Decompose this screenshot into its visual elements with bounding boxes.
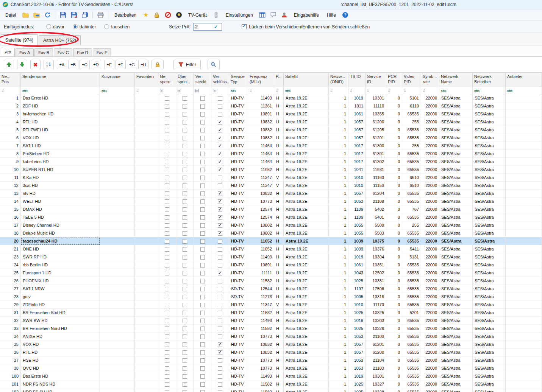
gesperrt-checkbox[interactable] [165, 239, 169, 244]
cell-ueberspringen[interactable] [176, 102, 194, 110]
language-button[interactable] [280, 11, 289, 20]
gesperrt-checkbox[interactable] [165, 303, 169, 307]
cell-ueberspringen[interactable] [176, 269, 194, 277]
verschluesselt-checkbox[interactable] [218, 191, 222, 196]
cell-versteckt[interactable] [194, 229, 211, 237]
cell-ueberspringen[interactable] [176, 126, 194, 134]
gesperrt-checkbox[interactable] [165, 120, 169, 124]
cell-versteckt[interactable] [194, 213, 211, 221]
cell-verschluesselt[interactable] [211, 221, 229, 229]
column-header-polaritaet[interactable]: P... [274, 73, 284, 87]
gesperrt-checkbox[interactable] [165, 311, 169, 315]
verschluesselt-checkbox[interactable] [218, 104, 222, 109]
donate-button[interactable] [174, 11, 183, 20]
filter-cell-verschluesselt[interactable] [211, 87, 229, 94]
column-header-kurzname[interactable]: Kurzname [100, 73, 135, 87]
move-down-button[interactable] [17, 60, 27, 69]
ueberspringen-checkbox[interactable] [183, 255, 187, 260]
column-header-servicetyp[interactable]: ServiceTyp [229, 73, 248, 87]
cell-versteckt[interactable] [194, 388, 211, 392]
verschluesselt-checkbox[interactable] [218, 390, 222, 392]
cell-verschluesselt[interactable] [211, 158, 229, 166]
table-row[interactable]: 10SUPER RTL HDHD-TV11082HAstra 19.2E1104… [0, 166, 542, 174]
cell-versteckt[interactable] [194, 364, 211, 372]
cell-versteckt[interactable] [194, 134, 211, 142]
cell-ueberspringen[interactable] [176, 277, 194, 285]
column-header-ueberspringen[interactable]: Über-sprin... [176, 73, 194, 87]
cell-ueberspringen[interactable] [176, 261, 194, 269]
setze-pr-input[interactable] [194, 24, 214, 30]
cell-versteckt[interactable] [194, 166, 211, 174]
cell-gesperrt[interactable] [158, 213, 176, 221]
radio-dahinter[interactable]: dahinter [73, 24, 96, 30]
versteckt-checkbox[interactable] [200, 319, 205, 323]
close-gaps-checkbox-group[interactable]: Lücken beim Verschieben/Entfernen von Se… [242, 24, 370, 30]
versteckt-checkbox[interactable] [200, 104, 205, 109]
cell-gesperrt[interactable] [158, 205, 176, 213]
gesperrt-checkbox[interactable] [165, 128, 169, 132]
column-header-anbieter[interactable]: Anbieter [506, 73, 542, 87]
table-row[interactable]: 11KiKa HDHD-TV11347VAstra 19.2E110101116… [0, 174, 542, 182]
ueberspringen-checkbox[interactable] [183, 239, 187, 244]
table-row[interactable]: 31BR Fernsehen Süd HDHD-TV11582HAstra 19… [0, 309, 542, 317]
versteckt-checkbox[interactable] [200, 350, 205, 355]
cell-verschluesselt[interactable] [211, 325, 229, 333]
save-button[interactable] [58, 11, 67, 20]
cell-gesperrt[interactable] [158, 293, 176, 301]
save-as-button[interactable] [69, 11, 78, 20]
table-row[interactable]: 5RTLZWEI HDHD-TV10832HAstra 19.2E1105761… [0, 126, 542, 134]
cell-verschluesselt[interactable] [211, 372, 229, 380]
cell-ueberspringen[interactable] [176, 158, 194, 166]
verschluesselt-checkbox[interactable] [218, 112, 222, 117]
gesperrt-checkbox[interactable] [165, 319, 169, 323]
eingabehilfe-menu-button[interactable]: Eingabehilfe [291, 11, 322, 19]
filter-cell-gesperrt[interactable] [158, 87, 176, 94]
ueberspringen-checkbox[interactable] [183, 168, 187, 172]
filter-cell-ueberspringen[interactable] [176, 87, 194, 94]
ueberspringen-checkbox[interactable] [183, 334, 187, 339]
cell-versteckt[interactable] [194, 380, 211, 388]
renumber-button[interactable]: 12 [44, 60, 54, 69]
cell-versteckt[interactable] [194, 245, 211, 253]
einstellungen-menu-button[interactable]: Einstellungen [223, 11, 256, 19]
ueberspringen-checkbox[interactable] [183, 184, 187, 188]
cell-verschluesselt[interactable] [211, 245, 229, 253]
cell-gesperrt[interactable] [158, 364, 176, 372]
versteckt-checkbox[interactable] [200, 295, 205, 299]
cell-ueberspringen[interactable] [176, 229, 194, 237]
gesperrt-checkbox[interactable] [165, 390, 169, 392]
tv-geraet-menu-button[interactable]: TV-Gerät [185, 11, 210, 19]
table-row[interactable]: 1Das Erste HDHD-TV11493HAstra 19.2E11019… [0, 94, 542, 102]
cell-verschluesselt[interactable] [211, 317, 229, 325]
cell-versteckt[interactable] [194, 301, 211, 309]
cell-ueberspringen[interactable] [176, 285, 194, 293]
ueberspringen-checkbox[interactable] [183, 120, 187, 124]
gesperrt-checkbox[interactable] [165, 334, 169, 339]
cell-ueberspringen[interactable] [176, 380, 194, 388]
cell-versteckt[interactable] [194, 94, 211, 102]
table-row[interactable]: 17Disney Channel HDHD-TV10802HAstra 19.2… [0, 221, 542, 229]
table-row[interactable]: 16TELE 5 HDHD-TV12574HAstra 19.2E1110954… [0, 213, 542, 221]
gesperrt-checkbox[interactable] [165, 327, 169, 331]
table-row[interactable]: 20tagesschau24 HDHD-TV11052HAstra 19.2E1… [0, 237, 542, 245]
gesperrt-checkbox[interactable] [165, 184, 169, 188]
verschluesselt-checkbox[interactable] [218, 160, 222, 164]
versteckt-checkbox[interactable] [200, 184, 205, 188]
ueberspringen-checkbox[interactable] [183, 382, 187, 387]
filter-cell-netzwerkname[interactable]: aBc [439, 87, 473, 94]
table-row[interactable]: 26PHOENIX HDHD-TV11582HAstra 19.2E110251… [0, 277, 542, 285]
ueberspringen-checkbox[interactable] [183, 327, 187, 331]
gesperrt-checkbox[interactable] [165, 295, 169, 299]
toggle-fav-d-button[interactable]: ±D [91, 60, 101, 69]
verschluesselt-checkbox[interactable] [218, 374, 222, 379]
ueberspringen-checkbox[interactable] [183, 199, 187, 204]
cell-versteckt[interactable] [194, 253, 211, 261]
gesperrt-checkbox[interactable] [165, 350, 169, 355]
ueberspringen-checkbox[interactable] [183, 215, 187, 220]
filter-cell-videopid[interactable]: = [402, 87, 421, 94]
tab-fav-c[interactable]: Fav C [54, 48, 72, 56]
column-header-versteckt[interactable]: Ver-steckt [194, 73, 211, 87]
column-header-frequenz[interactable]: Frequenz(MHz) [248, 73, 274, 87]
open-file-button[interactable] [21, 11, 30, 20]
column-header-videopid[interactable]: VideoPID [402, 73, 421, 87]
